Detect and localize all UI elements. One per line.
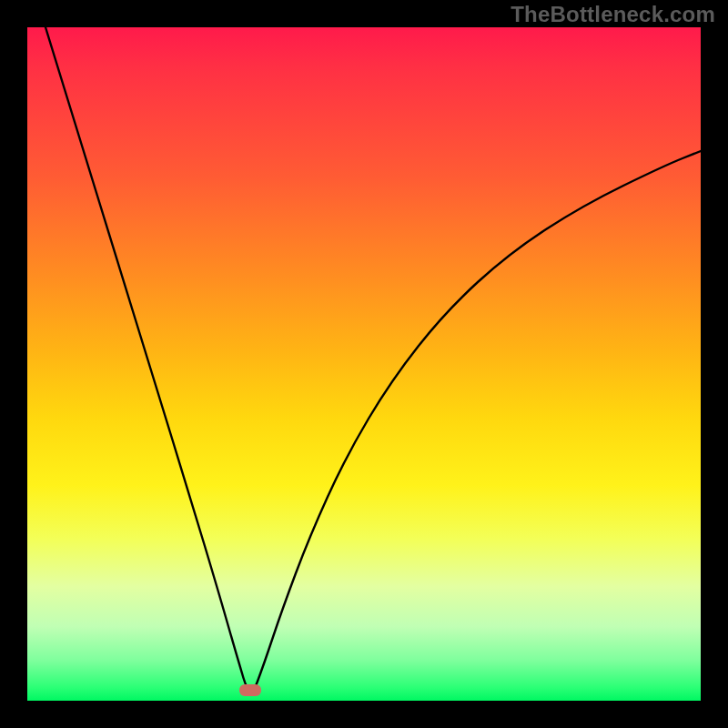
plot-area xyxy=(27,27,701,701)
bottleneck-curve xyxy=(27,27,701,701)
optimum-marker xyxy=(239,684,261,696)
chart-frame: TheBottleneck.com xyxy=(0,0,728,728)
watermark-text: TheBottleneck.com xyxy=(511,2,715,27)
